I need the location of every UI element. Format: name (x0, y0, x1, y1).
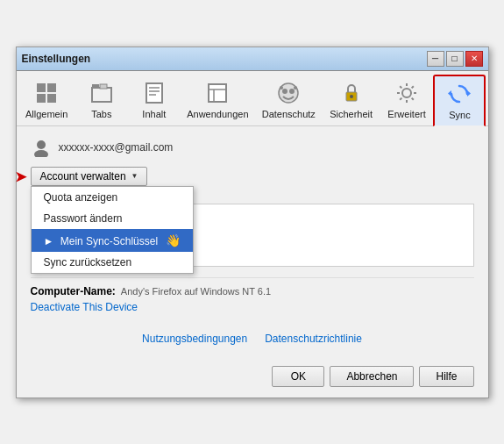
toolbar-item-allgemein[interactable]: Allgemein (18, 75, 75, 125)
account-dropdown-menu: Quota anzeigenPasswort ändern ► Mein Syn… (31, 186, 195, 274)
svg-line-23 (412, 97, 414, 99)
svg-point-17 (280, 86, 283, 90)
svg-rect-7 (146, 83, 162, 103)
svg-rect-0 (37, 83, 46, 92)
tabs-icon (88, 79, 116, 107)
allgemein-label: Allgemein (25, 109, 67, 119)
inhalt-icon (140, 79, 168, 107)
toolbar: AllgemeinTabsInhaltAnwendungenDatenschut… (17, 71, 488, 126)
title-bar-buttons: ─ □ ✕ (427, 51, 483, 67)
content-area: xxxxxx-xxxx@gmail.com Account verwalten … (17, 126, 488, 359)
toolbar-item-sicherheit[interactable]: Sicherheit (323, 75, 380, 125)
title-bar: Einstellungen ─ □ ✕ (17, 47, 488, 71)
dialog-buttons: OK Abbrechen Hilfe (17, 359, 488, 397)
svg-line-29 (412, 86, 414, 88)
maximize-button[interactable]: □ (446, 51, 464, 67)
svg-rect-4 (92, 88, 111, 102)
svg-line-25 (400, 97, 401, 99)
footer-links: NutzungsbedingungenDatenschutzrichtlinie (31, 326, 474, 348)
svg-point-15 (282, 89, 287, 94)
help-button[interactable]: Hilfe (419, 366, 473, 387)
sync-icon (445, 80, 473, 108)
anwendungen-label: Anwendungen (187, 109, 248, 119)
svg-rect-11 (209, 84, 226, 102)
computer-section: Computer-Name: Andy's Firefox auf Window… (31, 277, 474, 320)
toolbar-item-datenschutz[interactable]: Datenschutz (255, 75, 323, 125)
cancel-button[interactable]: Abbrechen (330, 366, 414, 387)
account-email: xxxxxx-xxxx@gmail.com (59, 141, 174, 154)
svg-line-27 (400, 86, 401, 88)
toolbar-item-inhalt[interactable]: Inhalt (128, 75, 181, 125)
svg-point-32 (37, 140, 46, 149)
close-button[interactable]: ✕ (465, 51, 483, 67)
dropdown-arrow-icon: ▼ (131, 172, 138, 180)
account-manage-button[interactable]: Account verwalten ▼ (31, 167, 148, 186)
svg-marker-31 (448, 90, 451, 97)
deactivate-link[interactable]: Deactivate This Device (31, 301, 138, 313)
toolbar-item-erweitert[interactable]: Erweitert (380, 75, 434, 125)
computer-label: Computer-Name: (31, 285, 116, 297)
svg-point-18 (294, 86, 297, 90)
toolbar-item-anwendungen[interactable]: Anwendungen (181, 75, 255, 125)
footer-link-nutzungsbedingungen[interactable]: Nutzungsbedingungen (142, 333, 247, 345)
settings-dialog: Einstellungen ─ □ ✕ AllgemeinTabsInhaltA… (16, 47, 489, 398)
toolbar-item-sync[interactable]: Sync (433, 75, 486, 126)
svg-marker-30 (467, 90, 471, 97)
erweitert-icon (393, 79, 421, 107)
svg-point-20 (350, 95, 353, 98)
datenschutz-label: Datenschutz (262, 109, 316, 119)
svg-rect-6 (100, 84, 107, 89)
account-manage-wrap: Account verwalten ▼ Quota anzeigenPasswo… (31, 167, 148, 186)
inhalt-label: Inhalt (142, 109, 166, 119)
dropdown-item-password[interactable]: Passwort ändern (32, 208, 194, 229)
datenschutz-icon (274, 79, 302, 107)
svg-rect-1 (47, 83, 56, 92)
account-row: xxxxxx-xxxx@gmail.com (31, 137, 474, 158)
red-arrow-indicator: ➤ (15, 168, 26, 184)
dropdown-item-quota[interactable]: Quota anzeigen (32, 187, 194, 208)
account-manage-label: Account verwalten (40, 170, 126, 183)
allgemein-icon (32, 79, 60, 107)
ok-button[interactable]: OK (272, 366, 324, 387)
toolbar-item-tabs[interactable]: Tabs (75, 75, 128, 125)
tabs-label: Tabs (91, 109, 111, 119)
anwendungen-icon (203, 79, 231, 107)
account-icon (31, 137, 52, 158)
sync-label: Sync (449, 110, 470, 120)
dropdown-item-reset[interactable]: Sync zurücksetzen (32, 252, 194, 273)
svg-point-21 (402, 89, 411, 97)
svg-point-33 (34, 150, 48, 157)
svg-rect-2 (37, 94, 46, 103)
dialog-title: Einstellungen (22, 53, 91, 65)
footer-link-datenschutz[interactable]: Datenschutzrichtlinie (265, 333, 362, 345)
svg-rect-5 (92, 84, 99, 89)
sicherheit-label: Sicherheit (330, 109, 373, 119)
computer-name-row: Computer-Name: Andy's Firefox auf Window… (31, 285, 474, 297)
svg-rect-3 (47, 94, 56, 103)
erweitert-label: Erweitert (387, 109, 425, 119)
svg-point-16 (289, 89, 295, 94)
computer-name-value: Andy's Firefox auf Windows NT 6.1 (121, 286, 271, 297)
minimize-button[interactable]: ─ (427, 51, 444, 67)
sicherheit-icon (337, 79, 366, 107)
dropdown-item-sync_key[interactable]: ► Mein Sync-Schlüssel 👋 (32, 229, 194, 252)
